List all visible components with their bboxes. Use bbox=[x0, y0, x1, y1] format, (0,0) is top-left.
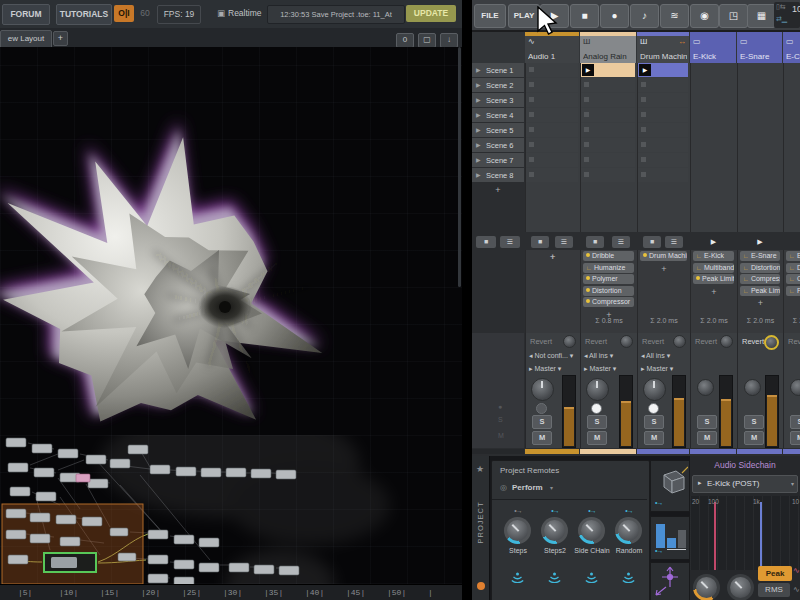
scene-play-icon[interactable]: ▶ bbox=[476, 171, 481, 178]
peak-mode-button[interactable]: Peak bbox=[758, 566, 792, 581]
solo-button[interactable]: S bbox=[744, 415, 764, 429]
clip-slot[interactable] bbox=[526, 63, 578, 77]
device-chip[interactable]: ∟E-Snare bbox=[740, 251, 780, 261]
scene-play-icon[interactable]: ▶ bbox=[476, 126, 481, 133]
display-button[interactable]: ▦ bbox=[747, 4, 776, 28]
modulator-steps-box[interactable]: •→ bbox=[650, 516, 690, 560]
clip-slot[interactable] bbox=[784, 123, 800, 137]
record-arm-button[interactable] bbox=[648, 403, 659, 414]
clip-slot[interactable] bbox=[784, 153, 800, 167]
file-menu-button[interactable]: FILE bbox=[474, 4, 506, 28]
scene-play-icon[interactable]: ▶ bbox=[476, 96, 481, 103]
pane-maximize-button[interactable]: ▢ bbox=[418, 33, 436, 48]
revert-sends-label[interactable]: Revert bbox=[788, 337, 800, 346]
volume-fader[interactable] bbox=[765, 375, 779, 448]
pane-zero-button[interactable]: 0 bbox=[396, 33, 414, 48]
clip-slot[interactable] bbox=[638, 138, 688, 152]
clip-slot[interactable] bbox=[526, 123, 578, 137]
device-chip[interactable]: Drum Machine bbox=[640, 251, 687, 261]
device-chip[interactable]: Polymer bbox=[583, 274, 634, 284]
clip-slot[interactable] bbox=[691, 168, 735, 182]
sends-knob[interactable] bbox=[620, 335, 633, 348]
solo-button[interactable]: S bbox=[790, 415, 800, 429]
clip-slot[interactable] bbox=[691, 63, 735, 77]
device-chip[interactable]: ∟Compressor bbox=[740, 274, 780, 284]
clip-slot[interactable] bbox=[691, 153, 735, 167]
td-network-viewport[interactable] bbox=[0, 47, 462, 584]
clip-play-button[interactable]: ▶ bbox=[639, 64, 651, 76]
clip-play-button[interactable]: ▶ bbox=[796, 236, 800, 248]
highpass-cutoff-line[interactable] bbox=[714, 502, 716, 570]
device-type-icon[interactable]: ∟ bbox=[586, 265, 592, 271]
device-chip[interactable]: Dribble bbox=[583, 251, 634, 261]
sidechain-filter-graph[interactable]: 201001k10 bbox=[690, 496, 800, 570]
clip-slot[interactable] bbox=[738, 168, 781, 182]
update-button[interactable]: UPDATE bbox=[406, 5, 456, 22]
clip-slot[interactable] bbox=[784, 108, 800, 122]
clip-slot[interactable] bbox=[691, 108, 735, 122]
sends-knob[interactable] bbox=[764, 335, 779, 350]
track-header-e-kick[interactable]: ▭E-Kick bbox=[690, 32, 736, 63]
controllers-button[interactable]: ◉ bbox=[690, 4, 719, 28]
volume-fader[interactable] bbox=[719, 375, 733, 448]
sends-knob[interactable] bbox=[673, 335, 686, 348]
clip-slot[interactable] bbox=[526, 138, 578, 152]
device-chip[interactable]: ∟Humanize bbox=[583, 263, 634, 273]
add-layout-button[interactable]: + bbox=[53, 31, 68, 46]
add-device-button[interactable]: + bbox=[784, 298, 800, 308]
clip-slot[interactable] bbox=[638, 153, 688, 167]
clip-slot[interactable] bbox=[526, 108, 578, 122]
revert-sends-label[interactable]: Revert bbox=[585, 337, 607, 346]
input-routing-selector[interactable]: ◂ All ins ▾ bbox=[641, 352, 670, 360]
output-routing-selector[interactable]: ▸ Master ▾ bbox=[641, 365, 673, 373]
clip-play-button[interactable]: ▶ bbox=[750, 236, 770, 248]
selected-green-node[interactable] bbox=[44, 553, 96, 572]
oi-badge[interactable]: O|I bbox=[114, 5, 134, 22]
add-device-button[interactable]: + bbox=[738, 298, 783, 308]
clip-play-button[interactable]: ▶ bbox=[582, 64, 594, 76]
device-type-icon[interactable]: ∟ bbox=[696, 253, 702, 259]
clip-slot[interactable] bbox=[691, 123, 735, 137]
scene-play-icon[interactable]: ▶ bbox=[476, 66, 481, 73]
volume-fader[interactable] bbox=[619, 375, 633, 448]
clip-slot[interactable] bbox=[738, 138, 781, 152]
modulator-cube-box[interactable]: •→ bbox=[650, 460, 690, 512]
clip-slot[interactable] bbox=[581, 138, 635, 152]
scene-play-icon[interactable]: ▶ bbox=[476, 111, 481, 118]
clip-slot[interactable] bbox=[581, 123, 635, 137]
realtime-checkbox-icon[interactable]: ▣ bbox=[216, 5, 226, 22]
device-chip[interactable]: ∟Multiband ... bbox=[693, 263, 734, 273]
volume-fader[interactable] bbox=[672, 375, 686, 448]
scene-stop-button[interactable]: ■ bbox=[476, 236, 496, 248]
clip-slot[interactable] bbox=[526, 168, 578, 182]
mute-button[interactable]: M bbox=[587, 431, 607, 445]
device-type-icon[interactable]: ∟ bbox=[696, 265, 702, 271]
device-chip[interactable]: ∟Compressor bbox=[786, 274, 800, 284]
sidechain-source-dropdown[interactable]: ▸ E-Kick (POST) ▾ bbox=[692, 475, 798, 493]
remotes-page-selector[interactable]: Perform bbox=[512, 483, 543, 492]
device-type-icon[interactable]: ∟ bbox=[789, 276, 795, 282]
solo-button[interactable]: S bbox=[697, 415, 717, 429]
device-chip[interactable]: ∟Distortion bbox=[786, 263, 800, 273]
device-type-icon[interactable]: ∟ bbox=[743, 288, 749, 294]
sidechain-mix-knob[interactable] bbox=[727, 574, 754, 600]
tutorials-tab[interactable]: TUTORIALS bbox=[56, 4, 112, 25]
scene-row-5[interactable]: ▶Scene 5 bbox=[472, 123, 524, 137]
clip-slot[interactable]: ▶ bbox=[581, 63, 635, 77]
revert-sends-label[interactable]: Revert bbox=[742, 337, 764, 346]
rms-mode-button[interactable]: RMS bbox=[758, 583, 790, 597]
mapping-button[interactable]: ◳ bbox=[719, 4, 748, 28]
track-header-e-snare[interactable]: ▭E-Snare bbox=[737, 32, 782, 63]
sidechain-gain-knob[interactable] bbox=[693, 574, 720, 600]
mute-button[interactable]: M bbox=[790, 431, 800, 445]
device-type-icon[interactable]: ∟ bbox=[743, 276, 749, 282]
device-type-icon[interactable]: ∟ bbox=[789, 265, 795, 271]
clip-slot[interactable] bbox=[784, 78, 800, 92]
output-routing-selector[interactable]: ▸ Master ▾ bbox=[584, 365, 616, 373]
add-scene-button[interactable]: + bbox=[472, 185, 524, 197]
scene-row-4[interactable]: ▶Scene 4 bbox=[472, 108, 524, 122]
solo-button[interactable]: S bbox=[532, 415, 552, 429]
device-chip[interactable]: ∟Peak Limiter bbox=[740, 286, 780, 296]
clip-slot[interactable] bbox=[784, 138, 800, 152]
device-chip[interactable]: Distortion bbox=[583, 286, 634, 296]
